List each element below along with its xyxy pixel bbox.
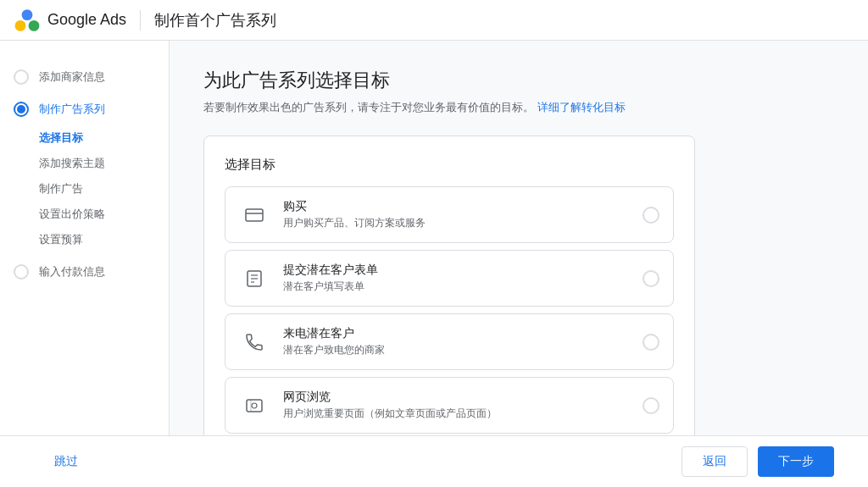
subtitle-link[interactable]: 详细了解转化目标 <box>537 101 626 113</box>
browse-icon <box>239 390 270 421</box>
sidebar-item-merchant[interactable]: 添加商家信息 <box>0 61 169 93</box>
option-phone-desc: 潜在客户致电您的商家 <box>283 343 629 357</box>
card-title: 选择目标 <box>225 157 674 173</box>
svg-rect-9 <box>247 400 262 412</box>
svg-point-1 <box>29 20 40 31</box>
footer: 跳过 返回 下一步 <box>0 435 868 487</box>
option-phone[interactable]: 来电潜在客户 潜在客户致电您的商家 <box>225 313 674 370</box>
page-title: 制作首个广告系列 <box>154 10 276 30</box>
sidebar-radio-merchant <box>14 69 29 85</box>
logo-area: Google Ads <box>14 7 126 34</box>
option-purchase[interactable]: 购买 用户购买产品、订阅方案或服务 <box>225 186 674 243</box>
option-lead-text: 提交潜在客户表单 潜在客户填写表单 <box>283 263 629 294</box>
sidebar-label-merchant: 添加商家信息 <box>39 69 105 85</box>
sidebar-sub-set-budget[interactable]: 设置预算 <box>0 227 169 252</box>
option-phone-text: 来电潜在客户 潜在客户致电您的商家 <box>283 326 629 357</box>
footer-left: 跳过 <box>34 447 98 476</box>
option-browse-label: 网页浏览 <box>283 390 629 405</box>
main-layout: 添加商家信息 制作广告系列 选择目标 添加搜索主题 制作广告 设置出价策略 设置… <box>0 41 868 435</box>
sidebar-sub-create-ad[interactable]: 制作广告 <box>0 176 169 202</box>
option-lead-desc: 潜在客户填写表单 <box>283 279 629 294</box>
sidebar-label-campaign: 制作广告系列 <box>39 102 105 117</box>
option-browse-desc: 用户浏览重要页面（例如文章页面或产品页面） <box>283 407 629 421</box>
svg-point-10 <box>252 403 257 408</box>
option-purchase-text: 购买 用户购买产品、订阅方案或服务 <box>283 199 629 230</box>
sidebar-item-payment[interactable]: 输入付款信息 <box>0 256 169 288</box>
google-ads-logo-icon <box>14 7 41 34</box>
option-lead-radio <box>643 270 659 287</box>
sidebar-label-payment: 输入付款信息 <box>39 264 105 279</box>
section-subtitle: 若要制作效果出色的广告系列，请专注于对您业务最有价值的目标。 详细了解转化目标 <box>203 100 834 115</box>
goal-card: 选择目标 购买 用户购买产品、订阅方案或服务 <box>203 136 695 435</box>
content-area: 为此广告系列选择目标 若要制作效果出色的广告系列，请专注于对您业务最有价值的目标… <box>170 41 868 435</box>
section-title: 为此广告系列选择目标 <box>203 68 834 93</box>
app-header: Google Ads 制作首个广告系列 <box>0 0 868 41</box>
option-browse-text: 网页浏览 用户浏览重要页面（例如文章页面或产品页面） <box>283 390 629 421</box>
phone-icon <box>239 327 270 357</box>
form-icon <box>239 263 270 294</box>
option-purchase-desc: 用户购买产品、订阅方案或服务 <box>283 216 629 230</box>
svg-point-0 <box>15 20 26 31</box>
footer-right: 返回 下一步 <box>682 446 834 477</box>
header-divider <box>140 10 141 30</box>
logo-text: Google Ads <box>47 11 126 29</box>
next-button[interactable]: 下一步 <box>758 446 834 477</box>
option-browse[interactable]: 网页浏览 用户浏览重要页面（例如文章页面或产品页面） <box>225 377 674 434</box>
option-lead-label: 提交潜在客户表单 <box>283 263 629 278</box>
svg-rect-3 <box>246 209 263 221</box>
option-phone-label: 来电潜在客户 <box>283 326 629 341</box>
skip-button[interactable]: 跳过 <box>34 447 98 476</box>
sidebar-sub-add-theme[interactable]: 添加搜索主题 <box>0 151 169 176</box>
sidebar-item-campaign[interactable]: 制作广告系列 <box>0 93 169 125</box>
sidebar-sub-choose-goal[interactable]: 选择目标 <box>0 125 169 151</box>
option-lead[interactable]: 提交潜在客户表单 潜在客户填写表单 <box>225 250 674 307</box>
option-purchase-radio <box>643 207 659 224</box>
sidebar-radio-campaign <box>14 102 29 117</box>
back-button[interactable]: 返回 <box>682 446 748 477</box>
sidebar-radio-payment <box>14 264 29 279</box>
sidebar: 添加商家信息 制作广告系列 选择目标 添加搜索主题 制作广告 设置出价策略 设置… <box>0 41 170 435</box>
option-phone-radio <box>643 334 659 351</box>
option-purchase-label: 购买 <box>283 199 629 214</box>
svg-point-2 <box>22 9 33 20</box>
sidebar-group-campaign: 制作广告系列 选择目标 添加搜索主题 制作广告 设置出价策略 设置预算 <box>0 93 169 252</box>
sidebar-sub-set-bid[interactable]: 设置出价策略 <box>0 202 169 227</box>
card-icon <box>239 200 270 230</box>
option-browse-radio <box>643 397 659 414</box>
